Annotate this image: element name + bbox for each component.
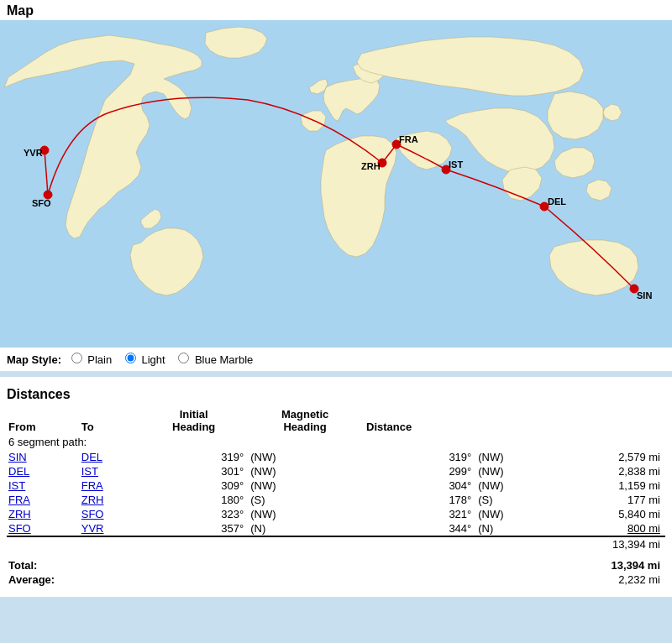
map-style-light[interactable]: Light	[125, 353, 168, 366]
init-deg-cell: 180°	[142, 493, 249, 507]
mag-deg-cell: 321°	[365, 507, 476, 521]
map-style-bluemarble-label: Blue Marble	[195, 353, 253, 366]
map-style-bar: Map Style: Plain Light Blue Marble	[0, 348, 672, 372]
from-cell[interactable]: SIN	[7, 450, 80, 464]
mag-deg-cell: 304°	[365, 478, 476, 493]
distance-cell: 177 mi	[545, 493, 665, 507]
map-style-plain[interactable]: Plain	[71, 353, 115, 366]
mag-deg-cell: 344°	[365, 521, 476, 536]
col-from: From	[7, 407, 80, 434]
mag-deg-cell: 319°	[365, 450, 476, 464]
to-cell[interactable]: YVR	[80, 521, 142, 536]
init-dir-cell: (NW)	[249, 507, 365, 521]
init-deg-cell: 357°	[142, 521, 249, 536]
to-cell[interactable]: FRA	[80, 478, 142, 493]
to-cell[interactable]: IST	[80, 464, 142, 478]
init-deg-cell: 309°	[142, 478, 249, 493]
distance-cell: 5,840 mi	[545, 507, 665, 521]
table-row: ZRH SFO 323° (NW) 321° (NW) 5,840 mi	[7, 507, 665, 521]
from-cell[interactable]: ZRH	[7, 507, 80, 521]
fra-label: FRA	[399, 134, 418, 144]
total-row: Total: 13,394 mi	[7, 558, 665, 572]
mag-deg-cell: 178°	[365, 493, 476, 507]
distances-title: Distances	[7, 384, 665, 407]
mag-dir-cell: (NW)	[476, 464, 545, 478]
init-dir-cell: (S)	[249, 493, 365, 507]
map-style-plain-radio[interactable]	[71, 353, 82, 363]
map-style-label: Map Style:	[7, 353, 61, 366]
init-dir-cell: (N)	[249, 521, 365, 536]
col-distance: Distance	[365, 407, 476, 434]
table-header-row: From To Initial Heading Magnetic Heading…	[7, 407, 665, 434]
table-row: SIN DEL 319° (NW) 319° (NW) 2,579 mi	[7, 450, 665, 464]
map-style-light-radio[interactable]	[125, 353, 136, 363]
mag-dir-cell: (NW)	[476, 450, 545, 464]
segment-path-label-row: 6 segment path:	[7, 434, 665, 450]
app: Map	[0, 0, 672, 597]
table-row: SFO YVR 357° (N) 344° (N) 800 mi	[7, 521, 665, 536]
from-cell[interactable]: IST	[7, 478, 80, 493]
init-deg-cell: 301°	[142, 464, 249, 478]
map-style-bluemarble-radio[interactable]	[178, 353, 189, 363]
table-row: DEL IST 301° (NW) 299° (NW) 2,838 mi	[7, 464, 665, 478]
to-cell[interactable]: ZRH	[80, 493, 142, 507]
init-dir-cell: (NW)	[249, 478, 365, 493]
map-style-plain-label: Plain	[87, 353, 112, 366]
mag-dir-cell: (NW)	[476, 507, 545, 521]
segment-path-label: 6 segment path:	[7, 434, 476, 450]
sin-label: SIN	[637, 290, 652, 301]
map-title: Map	[0, 0, 672, 20]
ist-label: IST	[449, 159, 463, 170]
total-label: Total:	[7, 558, 142, 572]
map-container: SIN DEL IST FRA ZRH SFO YVR	[0, 20, 672, 348]
zrh-label: ZRH	[361, 161, 381, 171]
init-deg-cell: 323°	[142, 507, 249, 521]
distance-cell: 800 mi	[545, 521, 665, 536]
subtotal-cell: 13,394 mi	[545, 536, 665, 552]
to-cell[interactable]: SFO	[80, 507, 142, 521]
total-value: 13,394 mi	[545, 558, 665, 572]
mag-dir-cell: (S)	[476, 493, 545, 507]
init-dir-cell: (NW)	[249, 450, 365, 464]
map-style-light-label: Light	[141, 353, 165, 366]
mag-dir-cell: (N)	[476, 521, 545, 536]
mag-deg-cell: 299°	[365, 464, 476, 478]
map-section: Map	[0, 0, 672, 372]
map-svg: SIN DEL IST FRA ZRH SFO YVR	[0, 20, 672, 348]
init-deg-cell: 319°	[142, 450, 249, 464]
from-cell[interactable]: DEL	[7, 464, 80, 478]
distance-cell: 2,838 mi	[545, 464, 665, 478]
table-row: IST FRA 309° (NW) 304° (NW) 1,159 mi	[7, 478, 665, 493]
map-style-bluemarble[interactable]: Blue Marble	[178, 353, 253, 366]
del-label: DEL	[548, 196, 566, 206]
subtotal-row: 13,394 mi	[7, 536, 665, 552]
average-value: 2,232 mi	[545, 572, 665, 587]
init-dir-cell: (NW)	[249, 464, 365, 478]
col-to: To	[80, 407, 142, 434]
from-cell[interactable]: FRA	[7, 493, 80, 507]
distance-cell: 1,159 mi	[545, 478, 665, 493]
col-initial-heading: Initial Heading	[142, 407, 249, 434]
to-cell[interactable]: DEL	[80, 450, 142, 464]
mag-dir-cell: (NW)	[476, 478, 545, 493]
col-magnetic-heading: Magnetic Heading	[249, 407, 365, 434]
average-label: Average:	[7, 572, 142, 587]
yvr-label: YVR	[24, 148, 43, 158]
distance-cell: 2,579 mi	[545, 450, 665, 464]
sfo-label: SFO	[32, 198, 51, 208]
from-cell[interactable]: SFO	[7, 521, 80, 536]
table-row: FRA ZRH 180° (S) 178° (S) 177 mi	[7, 493, 665, 507]
distances-table: From To Initial Heading Magnetic Heading…	[7, 407, 665, 587]
distances-section: Distances From To Initial Heading Magnet…	[0, 377, 672, 597]
average-row: Average: 2,232 mi	[7, 572, 665, 587]
